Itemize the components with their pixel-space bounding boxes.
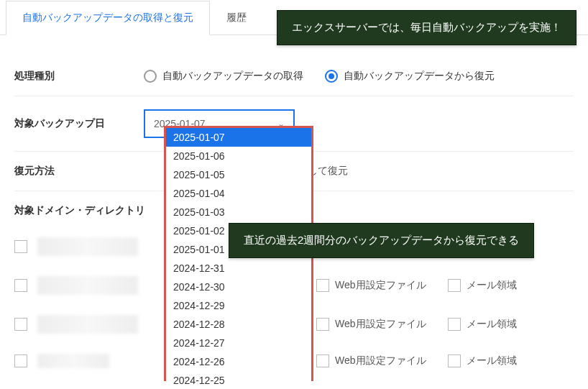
date-option[interactable]: 2024-12-30 bbox=[166, 278, 311, 296]
date-option[interactable]: 2025-01-06 bbox=[166, 147, 311, 165]
date-option[interactable]: 2025-01-04 bbox=[166, 184, 311, 203]
checkbox[interactable] bbox=[316, 354, 329, 367]
radio-icon-checked bbox=[325, 70, 338, 83]
checkbox[interactable] bbox=[14, 318, 27, 331]
backup-date-dropdown[interactable]: 2025-01-072025-01-062025-01-052025-01-04… bbox=[166, 128, 311, 389]
radio-get-backup[interactable]: 自動バックアップデータの取得 bbox=[144, 70, 303, 83]
date-option[interactable]: 2024-12-26 bbox=[166, 352, 311, 371]
radio-get-label: 自動バックアップデータの取得 bbox=[162, 70, 303, 83]
radio-icon bbox=[144, 70, 157, 83]
checkbox[interactable] bbox=[316, 318, 329, 331]
domain-name-blurred bbox=[37, 354, 109, 368]
checkbox[interactable] bbox=[448, 279, 461, 292]
radio-restore-backup[interactable]: 自動バックアップデータから復元 bbox=[325, 70, 495, 83]
date-option[interactable]: 2025-01-05 bbox=[166, 165, 311, 184]
date-option[interactable]: 2024-12-31 bbox=[166, 259, 311, 278]
mail-label: メール領域 bbox=[467, 318, 517, 331]
web-config-label: Web用設定ファイル bbox=[335, 318, 426, 331]
checkbox[interactable] bbox=[14, 354, 27, 367]
web-config-label: Web用設定ファイル bbox=[335, 354, 426, 367]
mail-label: メール領域 bbox=[467, 279, 517, 292]
chevron-down-icon: ⌄ bbox=[277, 119, 285, 129]
restore-method-label: 復元方法 bbox=[14, 165, 144, 178]
date-option[interactable]: 2024-12-28 bbox=[166, 315, 311, 334]
banner-mid: 直近の過去2週間分のバックアップデータから復元できる bbox=[229, 223, 534, 258]
date-option[interactable]: 2024-12-27 bbox=[166, 334, 311, 352]
checkbox[interactable] bbox=[316, 279, 329, 292]
date-option[interactable]: 2024-12-25 bbox=[166, 371, 311, 389]
checkbox[interactable] bbox=[448, 354, 461, 367]
radio-restore-label: 自動バックアップデータから復元 bbox=[344, 70, 495, 83]
backup-date-label: 対象バックアップ日 bbox=[14, 117, 144, 130]
tab-history[interactable]: 履歴 bbox=[210, 1, 263, 35]
domain-name-blurred bbox=[37, 237, 138, 256]
tab-backup-restore[interactable]: 自動バックアップデータの取得と復元 bbox=[6, 1, 210, 35]
checkbox[interactable] bbox=[14, 279, 27, 292]
checkbox[interactable] bbox=[448, 318, 461, 331]
banner-top: エックスサーバーでは、毎日自動バックアップを実施！ bbox=[277, 10, 576, 45]
process-type-label: 処理種別 bbox=[14, 70, 144, 83]
date-option[interactable]: 2025-01-03 bbox=[166, 203, 311, 221]
domain-name-blurred bbox=[37, 315, 138, 334]
date-option[interactable]: 2025-01-07 bbox=[166, 128, 311, 147]
domain-name-blurred bbox=[37, 276, 138, 295]
web-config-label: Web用設定ファイル bbox=[335, 279, 426, 292]
mail-label: メール領域 bbox=[467, 354, 517, 367]
checkbox[interactable] bbox=[14, 240, 27, 253]
date-option[interactable]: 2024-12-29 bbox=[166, 296, 311, 315]
